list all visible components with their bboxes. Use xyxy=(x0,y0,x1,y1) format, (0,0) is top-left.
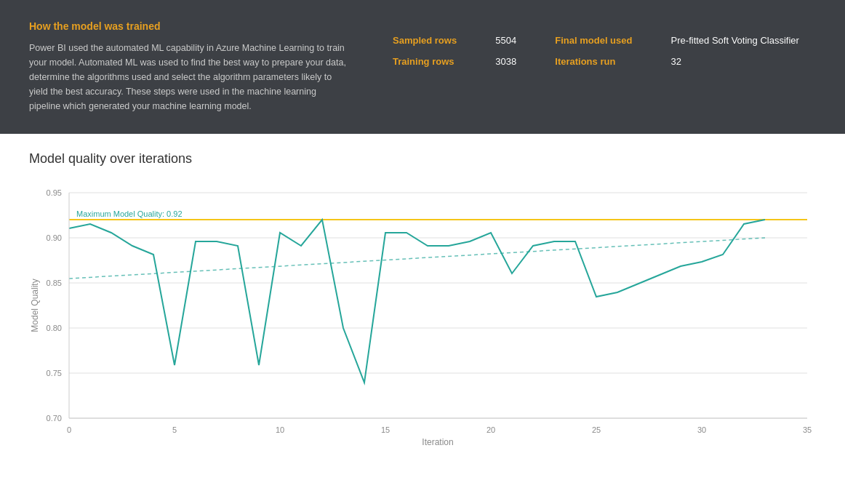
final-model-label: Final model used xyxy=(555,35,649,46)
final-model-value: Pre-fitted Soft Voting Classifier xyxy=(671,35,816,46)
svg-text:20: 20 xyxy=(486,425,495,434)
chart-container: 0.95 0.90 0.85 0.80 0.75 0.70 0 5 10 xyxy=(29,178,816,455)
svg-text:Model Quality: Model Quality xyxy=(30,279,40,332)
training-rows-value: 3038 xyxy=(495,56,533,67)
sampled-rows-value: 5504 xyxy=(495,35,533,46)
iterations-label: Iterations run xyxy=(555,56,649,67)
quality-chart: 0.95 0.90 0.85 0.80 0.75 0.70 0 5 10 xyxy=(29,178,816,455)
svg-text:Iteration: Iteration xyxy=(422,437,453,447)
svg-text:15: 15 xyxy=(381,425,390,434)
panel-description: Power BI used the automated ML capabilit… xyxy=(29,41,349,113)
svg-text:30: 30 xyxy=(697,425,706,434)
stats-block: Sampled rows 5504 Final model used Pre-f… xyxy=(393,20,816,67)
svg-text:Maximum Model Quality: 0.92: Maximum Model Quality: 0.92 xyxy=(76,209,183,218)
chart-title: Model quality over iterations xyxy=(29,151,816,167)
svg-text:0.85: 0.85 xyxy=(47,279,62,287)
training-rows-label: Training rows xyxy=(393,56,473,67)
panel-title: How the model was trained xyxy=(29,20,349,32)
svg-line-24 xyxy=(69,238,765,279)
svg-text:0.95: 0.95 xyxy=(47,188,62,197)
svg-text:0.70: 0.70 xyxy=(47,414,62,423)
iterations-value: 32 xyxy=(671,56,816,67)
svg-text:0.80: 0.80 xyxy=(47,324,62,332)
svg-text:5: 5 xyxy=(172,425,177,434)
svg-text:0: 0 xyxy=(67,425,71,434)
svg-text:0.90: 0.90 xyxy=(47,233,62,242)
svg-text:35: 35 xyxy=(803,425,812,434)
sampled-rows-label: Sampled rows xyxy=(393,35,473,46)
description-block: How the model was trained Power BI used … xyxy=(29,20,349,113)
svg-text:25: 25 xyxy=(592,425,601,434)
top-panel: How the model was trained Power BI used … xyxy=(0,0,845,134)
svg-text:0.75: 0.75 xyxy=(47,369,62,377)
svg-text:10: 10 xyxy=(276,425,284,434)
chart-section: Model quality over iterations 0.95 0.90 … xyxy=(0,134,845,469)
